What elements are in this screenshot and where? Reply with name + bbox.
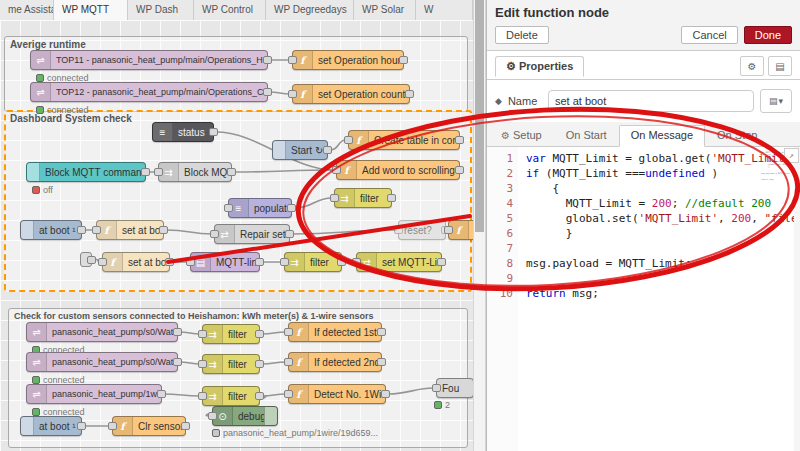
output-port[interactable] <box>285 230 294 238</box>
output-port[interactable] <box>387 194 396 202</box>
name-input[interactable] <box>548 90 754 112</box>
node-status[interactable]: ≡ status <box>152 122 214 142</box>
node-filter-1wire[interactable]: ⇉ filter <box>202 386 260 406</box>
node-detect-no-1wire[interactable]: f Detect No. 1Wire <box>288 384 386 404</box>
flow-tab-wp-degreedays[interactable]: WP Degreedays <box>266 0 354 20</box>
input-port[interactable] <box>432 384 441 392</box>
tab-properties[interactable]: ⚙ Properties <box>495 56 584 77</box>
output-port[interactable] <box>173 328 182 336</box>
input-port[interactable] <box>280 258 289 266</box>
input-port[interactable] <box>210 230 219 238</box>
output-port[interactable] <box>77 226 86 234</box>
output-port[interactable] <box>173 358 182 366</box>
input-port[interactable] <box>332 166 341 174</box>
node-1wire[interactable]: ⇌ panasonic_heat_pump/1wire <box>26 384 162 404</box>
node-filter-watt2[interactable]: ⇉ filter <box>202 354 260 374</box>
output-port[interactable] <box>165 258 174 266</box>
node-clr-sensors[interactable]: f Clr sensors <box>112 416 186 436</box>
node-mqtt-limit[interactable]: ▤ MQTT-limit <box>190 252 260 272</box>
flow-tab-home-assistant[interactable]: me Assistant C <box>0 0 54 20</box>
node-block-mqtt[interactable]: ⇉ Block MQTT <box>158 162 232 182</box>
node-top11[interactable]: ⇌ TOP11 - panasonic_heat_pump/main/Opera… <box>30 50 268 70</box>
output-port[interactable] <box>227 168 236 176</box>
flow-tab-partial[interactable]: W <box>416 0 473 20</box>
input-port[interactable] <box>394 226 403 234</box>
scrollbar-thumb[interactable] <box>475 0 484 232</box>
input-port[interactable] <box>352 258 361 266</box>
output-port[interactable] <box>377 328 386 336</box>
output-port[interactable] <box>377 358 386 366</box>
node-set-operation-counter[interactable]: f set Operation counter <box>292 84 410 104</box>
input-port[interactable] <box>198 392 207 400</box>
node-block-mqtt-commands[interactable]: Block MQTT commands <box>26 162 146 182</box>
node-start-inject[interactable]: Start ↻ <box>272 140 328 160</box>
inject-button[interactable] <box>21 221 34 239</box>
node-fou-clipped[interactable]: Fou <box>436 378 473 398</box>
code-editor[interactable]: 12345678910 var MQTT_Limit = global.get(… <box>487 147 800 451</box>
output-port[interactable] <box>181 422 190 430</box>
tab-on-message[interactable]: On Message <box>619 125 705 147</box>
input-port[interactable] <box>284 358 293 366</box>
cancel-button[interactable]: Cancel <box>681 26 737 44</box>
inject-button[interactable] <box>273 141 286 159</box>
input-port[interactable] <box>284 328 293 336</box>
node-filter-watt1[interactable]: ⇉ filter <box>202 324 260 344</box>
inject-button[interactable] <box>21 417 34 435</box>
toggle-button[interactable] <box>27 163 40 181</box>
output-port[interactable] <box>455 166 464 174</box>
input-port[interactable] <box>108 422 117 430</box>
editor-code[interactable]: var MQTT_Limit = global.get('MQTT_Limit'… <box>518 147 800 451</box>
tab-setup[interactable]: ⚙Setup <box>489 125 554 146</box>
input-port[interactable] <box>344 136 353 144</box>
node-reset[interactable]: reset? <box>398 220 446 240</box>
node-at-boot-dashboard[interactable]: at boot ¹ <box>20 220 82 240</box>
output-port[interactable] <box>263 88 272 96</box>
node-create-table-in-context[interactable]: f Create table in context <box>348 130 460 150</box>
input-port[interactable] <box>92 226 101 234</box>
done-button[interactable]: Done <box>744 26 792 44</box>
output-port[interactable] <box>287 204 296 212</box>
node-set-mqtt-limit[interactable]: ⇄ set MQTT-Limit <box>356 252 442 272</box>
flow-tab-wp-dash[interactable]: WP Dash <box>128 0 194 20</box>
node-at-boot-sensors[interactable]: at boot ¹ <box>20 416 82 436</box>
node-filter-dashboard[interactable]: ⇉ filter <box>334 188 392 208</box>
output-port[interactable] <box>209 128 218 136</box>
input-port[interactable] <box>284 390 293 398</box>
output-port[interactable] <box>77 422 86 430</box>
input-port[interactable] <box>208 412 217 420</box>
output-port[interactable] <box>159 226 168 234</box>
input-port[interactable] <box>288 56 297 64</box>
output-port[interactable] <box>437 258 446 266</box>
node-add-word-to-scrolling-table[interactable]: f Add word to scrolling table <box>336 160 460 180</box>
flow-tab-wp-mqtt[interactable]: WP MQTT <box>54 0 128 20</box>
label-options-button[interactable]: ▤▾ <box>760 89 792 113</box>
debug-toggle-button[interactable] <box>264 407 277 425</box>
output-port[interactable] <box>455 136 464 144</box>
node-debug-71[interactable]: ⊙ debug 71 <box>212 406 278 426</box>
output-port[interactable] <box>157 390 166 398</box>
output-port[interactable] <box>323 146 332 154</box>
node-confirm-clipped[interactable]: f Confir <box>448 220 473 240</box>
expand-editor-icon[interactable]: ↗ <box>784 148 799 163</box>
input-port[interactable] <box>288 90 297 98</box>
output-port[interactable] <box>399 56 408 64</box>
output-port[interactable] <box>255 392 264 400</box>
node-repair-settings[interactable]: ⇄ Repair settings <box>214 224 290 244</box>
node-if-detected-2nd[interactable]: f If detected 2nd <box>288 352 382 372</box>
node-settings-button[interactable]: ⚙ <box>740 56 764 76</box>
description-button[interactable]: ▤ <box>768 56 792 76</box>
input-port[interactable] <box>198 330 207 338</box>
node-watt1[interactable]: ⇌ panasonic_heat_pump/s0/Watt/1 <box>26 322 178 342</box>
flow-canvas[interactable]: Averige runtime Dashboard System check C… <box>0 20 473 451</box>
output-port[interactable] <box>405 90 414 98</box>
node-populate[interactable]: ≡ populate <box>228 198 292 218</box>
input-port[interactable] <box>224 204 233 212</box>
output-port[interactable] <box>87 256 96 264</box>
input-port[interactable] <box>330 194 339 202</box>
editor-scrollbar[interactable] <box>794 147 800 451</box>
input-port[interactable] <box>444 226 453 234</box>
input-port[interactable] <box>154 168 163 176</box>
input-port[interactable] <box>98 258 107 266</box>
node-set-at-boot-2[interactable]: f set at boot <box>102 252 170 272</box>
input-port[interactable] <box>186 258 195 266</box>
